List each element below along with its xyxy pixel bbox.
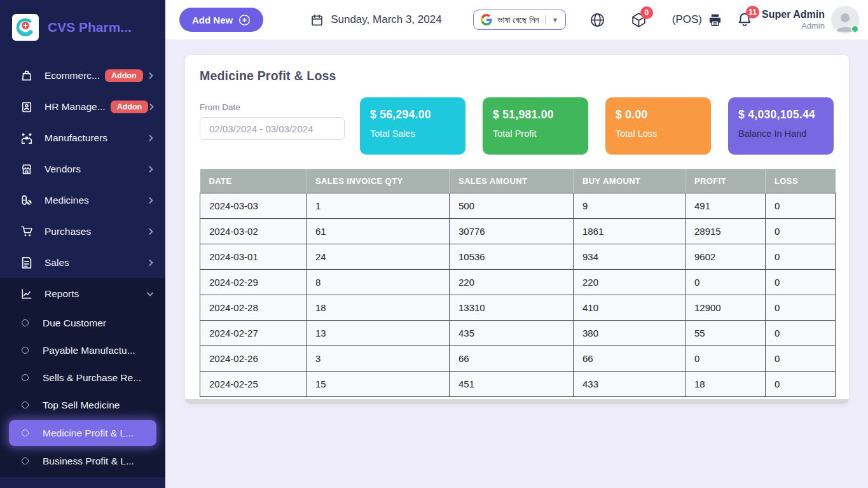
chevron-right-icon xyxy=(148,228,154,235)
addon-badge: Addon xyxy=(105,69,143,82)
workers-icon xyxy=(19,132,34,144)
column-header: PROFIT xyxy=(685,169,766,193)
table-cell: 2024-03-02 xyxy=(200,219,307,244)
add-new-label: Add New xyxy=(192,15,233,25)
sidebar-subitem-sells-purchase-report[interactable]: Sells & Purchase Re... xyxy=(0,364,165,391)
table-cell: 66 xyxy=(450,346,574,372)
stat-total-profit: $ 51,981.00 Total Profit xyxy=(483,97,588,155)
bullet-circle-icon xyxy=(22,374,29,381)
id-card-icon xyxy=(19,101,34,113)
add-new-button[interactable]: Add New xyxy=(179,8,263,32)
sidebar-item-sales[interactable]: Sales xyxy=(0,247,165,278)
table-cell: 2024-03-03 xyxy=(200,193,307,219)
table-cell: 30776 xyxy=(450,219,574,244)
table-cell: 8 xyxy=(307,270,450,295)
table-row: 2024-02-281813310410129000 xyxy=(200,295,836,321)
bullet-circle-icon xyxy=(22,457,29,464)
date-range-input[interactable] xyxy=(200,117,345,140)
sidebar-item-medicines[interactable]: Medicines xyxy=(0,185,165,216)
brand[interactable]: CVS Pharm... xyxy=(0,0,165,60)
plus-circle-icon xyxy=(238,14,251,26)
stat-label: Balance In Hand xyxy=(738,129,823,139)
sidebar-item-hr-management[interactable]: HR Manage... Addon xyxy=(0,91,165,122)
table-header-row: DATESALES INVOICE QTYSALES AMOUNTBUY AMO… xyxy=(200,169,836,193)
stat-total-loss: $ 0.00 Total Loss xyxy=(605,97,711,155)
app-root: CVS Pharm... Ecommerc... Addon HR Manage… xyxy=(0,0,868,488)
notifications-button[interactable]: 11 xyxy=(736,11,753,28)
table-cell: 0 xyxy=(766,219,836,244)
sidebar-item-label: Vendors xyxy=(45,164,81,175)
table-cell: 13310 xyxy=(450,295,574,321)
chevron-down-icon xyxy=(146,291,154,297)
sidebar-item-ecommerce[interactable]: Ecommerc... Addon xyxy=(0,60,165,91)
chevron-right-icon xyxy=(148,165,154,173)
bullet-circle-icon xyxy=(22,347,29,354)
sidebar-subitem-payable-manufacturer[interactable]: Payable Manufactu... xyxy=(0,337,165,364)
language-selector[interactable]: ভাষা বেছে নিন | ▼ xyxy=(473,10,566,30)
table-row: 2024-02-2713435380550 xyxy=(200,321,836,346)
table-cell: 9602 xyxy=(685,244,766,270)
horizontal-scrollbar[interactable] xyxy=(185,399,849,404)
sidebar-item-vendors[interactable]: Vendors xyxy=(0,153,165,185)
user-role: Admin xyxy=(762,21,825,31)
pos-label: (POS) xyxy=(672,13,702,26)
user-name: Super Admin xyxy=(762,8,825,21)
table-cell: 66 xyxy=(574,346,685,372)
stat-label: Total Loss xyxy=(616,129,701,139)
table-row: 2024-03-0261307761861289150 xyxy=(200,219,836,244)
table-cell: 0 xyxy=(766,346,836,372)
column-header: SALES INVOICE QTY xyxy=(307,169,450,193)
table-cell: 435 xyxy=(450,321,574,346)
sidebar-item-label: Ecommerc... xyxy=(45,70,100,81)
main-area: Medicine Profit & Loss From Date $ 56,29… xyxy=(165,39,868,405)
package-button[interactable]: 0 xyxy=(631,12,647,28)
avatar[interactable] xyxy=(831,6,859,34)
column-header: LOSS xyxy=(766,169,836,193)
bullet-circle-icon xyxy=(22,401,29,408)
shopping-bag-icon xyxy=(19,69,34,82)
column-header: SALES AMOUNT xyxy=(450,169,574,193)
sidebar-subitem-business-profit-loss[interactable]: Business Profit & L... xyxy=(0,447,165,475)
invoice-icon xyxy=(19,256,34,269)
table-cell: 55 xyxy=(685,321,766,346)
table-row: 2024-02-263666600 xyxy=(200,346,836,372)
table-cell: 220 xyxy=(450,270,574,295)
globe-button[interactable] xyxy=(589,12,605,28)
sidebar-item-reports[interactable]: Reports xyxy=(0,278,165,309)
from-date-block: From Date xyxy=(200,102,360,140)
table-cell: 220 xyxy=(574,270,685,295)
table-cell: 934 xyxy=(574,244,685,270)
cart-icon xyxy=(19,225,34,238)
chevron-right-icon xyxy=(148,72,154,80)
calendar-icon xyxy=(310,13,324,27)
table-cell: 10536 xyxy=(450,244,574,270)
top-bar: Add New Sunday, March 3, 2024 ভাষা বেছে … xyxy=(165,0,868,39)
sidebar-item-manufacturers[interactable]: Manufacturers xyxy=(0,122,165,153)
stat-label: Total Profit xyxy=(493,129,578,139)
table-container: DATESALES INVOICE QTYSALES AMOUNTBUY AMO… xyxy=(185,169,849,397)
stat-amount: $ 4,030,105.44 xyxy=(738,108,823,122)
brand-name[interactable]: CVS Pharm... xyxy=(48,20,132,35)
table-cell: 433 xyxy=(574,372,685,397)
sidebar-subitem-label: Medicine Profit & L... xyxy=(43,428,134,439)
dropdown-caret-icon: ▼ xyxy=(552,17,558,24)
chevron-right-icon xyxy=(148,259,154,267)
user-info[interactable]: Super Admin Admin xyxy=(762,8,825,31)
sidebar-subitem-medicine-profit-loss[interactable]: Medicine Profit & L... xyxy=(9,420,156,446)
table-cell: 2024-02-25 xyxy=(200,372,307,397)
reports-section: Reports Due Customer Payable Manufactu..… xyxy=(0,278,165,477)
sidebar-menu: Ecommerc... Addon HR Manage... Addon Man… xyxy=(0,60,165,477)
table-cell: 18 xyxy=(685,372,766,397)
pos-print-group[interactable]: (POS) xyxy=(672,13,722,27)
table-cell: 0 xyxy=(685,346,766,372)
table-body: 2024-03-031500949102024-03-0261307761861… xyxy=(200,193,836,397)
table-cell: 410 xyxy=(574,295,685,321)
table-row: 2024-03-03150094910 xyxy=(200,193,836,219)
sidebar-item-purchases[interactable]: Purchases xyxy=(0,216,165,247)
sidebar-subitem-top-sell-medicine[interactable]: Top Sell Medicine xyxy=(0,391,165,419)
printer-icon xyxy=(708,13,722,27)
notification-count-badge: 11 xyxy=(746,6,759,18)
sidebar-item-label: Sales xyxy=(45,257,69,268)
sidebar-subitem-due-customer[interactable]: Due Customer xyxy=(0,309,165,337)
bullet-circle-icon xyxy=(22,429,29,436)
